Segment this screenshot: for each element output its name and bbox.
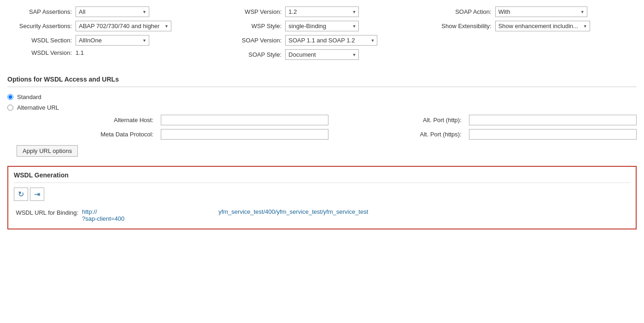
wsdl-url-suffix: ?sap-client=400 xyxy=(82,215,124,222)
sap-assertions-select[interactable]: All None Custom xyxy=(76,6,149,17)
alternate-host-input[interactable] xyxy=(161,115,328,125)
show-extensibility-select-wrapper: Show enhancement includin... Hide enhanc… xyxy=(495,21,590,31)
standard-radio-group: Standard xyxy=(7,94,637,100)
alt-port-http-input[interactable] xyxy=(469,115,637,125)
wsp-style-select[interactable]: single-Binding multiple-Binding xyxy=(285,21,359,31)
show-extensibility-select[interactable]: Show enhancement includin... Hide enhanc… xyxy=(495,21,590,31)
wsdl-version-value: 1.1 xyxy=(76,49,84,56)
wsdl-generation-title: WSDL Generation xyxy=(14,171,630,179)
alternative-label[interactable]: Alternative URL xyxy=(17,104,59,111)
wsp-style-select-wrapper: single-Binding multiple-Binding xyxy=(285,21,359,31)
soap-style-select-wrapper: Document RPC xyxy=(285,49,359,60)
wsdl-url-label: WSDL URL for Binding: xyxy=(14,208,78,216)
alt-port-https-input[interactable] xyxy=(469,129,637,140)
wsdl-url-row: WSDL URL for Binding: http:// yfm_servic… xyxy=(14,206,630,224)
wsdl-refresh-button[interactable]: ↻ xyxy=(14,188,28,201)
soap-action-select-wrapper: With Without xyxy=(495,6,587,17)
alt-port-http-label: Alt. Port (http): xyxy=(336,117,462,123)
wsdl-arrow-button[interactable]: ⇥ xyxy=(30,188,44,201)
wsdl-generation-section: WSDL Generation ↻ ⇥ WSDL URL for Binding… xyxy=(7,166,637,229)
show-extensibility-label: Show Extensibility: xyxy=(427,23,492,29)
url-options-divider xyxy=(7,87,637,87)
sap-assertions-select-wrapper: All None Custom xyxy=(76,6,149,17)
meta-data-protocol-label: Meta Data Protocol: xyxy=(17,131,153,138)
wsp-version-select-wrapper: 1.2 1.1 xyxy=(285,6,359,17)
arrow-icon: ⇥ xyxy=(34,190,40,199)
soap-action-select[interactable]: With Without xyxy=(495,6,587,17)
standard-radio[interactable] xyxy=(7,94,13,100)
security-assertions-label: Security Assertions: xyxy=(7,23,72,29)
alternative-radio[interactable] xyxy=(7,105,13,111)
soap-version-select-wrapper: SOAP 1.1 and SOAP 1.2 SOAP 1.1 SOAP 1.2 xyxy=(285,35,377,46)
soap-version-label: SOAP Version: xyxy=(217,37,281,44)
wsdl-toolbar: ↻ ⇥ xyxy=(14,188,630,201)
wsdl-section-label: WSDL Section: xyxy=(7,37,72,44)
wsp-version-select[interactable]: 1.2 1.1 xyxy=(285,6,359,17)
wsdl-url-value: http:// yfm_service_test/400/yfm_service… xyxy=(82,208,368,222)
wsp-version-label: WSP Version: xyxy=(217,8,281,15)
wsdl-section-divider xyxy=(14,182,630,183)
security-assertions-select-wrapper: ABAP 702/730/740 and higher None xyxy=(76,21,171,31)
wsdl-section-select[interactable]: AllInOne Abstract Binding Service xyxy=(76,35,149,46)
security-assertions-select[interactable]: ABAP 702/730/740 and higher None xyxy=(76,21,171,31)
wsdl-section-select-wrapper: AllInOne Abstract Binding Service xyxy=(76,35,149,46)
wsp-style-label: WSP Style: xyxy=(217,23,281,29)
alternative-radio-group: Alternative URL xyxy=(7,104,637,111)
apply-url-options-button[interactable]: Apply URL options xyxy=(17,145,78,157)
url-options-section: Options for WSDL Access and URLs Standar… xyxy=(7,71,637,164)
wsdl-version-label: WSDL Version: xyxy=(7,49,72,56)
soap-style-select[interactable]: Document RPC xyxy=(285,49,359,60)
meta-data-protocol-input[interactable] xyxy=(161,129,328,140)
soap-action-label: SOAP Action: xyxy=(427,8,492,15)
refresh-icon: ↻ xyxy=(18,190,24,199)
soap-version-select[interactable]: SOAP 1.1 and SOAP 1.2 SOAP 1.1 SOAP 1.2 xyxy=(285,35,377,46)
alternate-host-label: Alternate Host: xyxy=(17,117,153,123)
wsdl-url-text: http:// yfm_service_test/400/yfm_service… xyxy=(82,208,368,215)
url-options-title: Options for WSDL Access and URLs xyxy=(7,71,637,83)
soap-style-label: SOAP Style: xyxy=(217,51,281,58)
alt-port-https-label: Alt. Port (https): xyxy=(336,131,462,138)
sap-assertions-label: SAP Assertions: xyxy=(7,8,72,15)
standard-label[interactable]: Standard xyxy=(17,94,41,100)
